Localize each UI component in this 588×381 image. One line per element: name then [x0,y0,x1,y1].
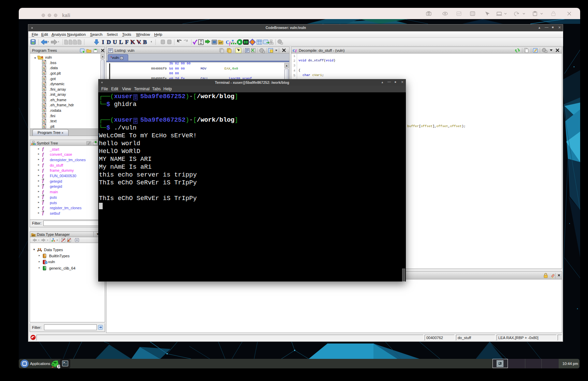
svg-text:L: L [119,39,123,45]
svg-text:10: 10 [200,40,202,42]
svg-text:DT: DT [219,42,222,44]
svg-text:B: B [143,39,147,45]
svg-text:01: 01 [200,42,202,44]
svg-text:F: F [125,39,129,45]
svg-text:f: f [229,41,231,46]
svg-text:U: U [113,39,117,45]
svg-text:DT: DT [32,234,35,237]
svg-text:D: D [107,39,111,45]
svg-text:I: I [102,39,104,45]
